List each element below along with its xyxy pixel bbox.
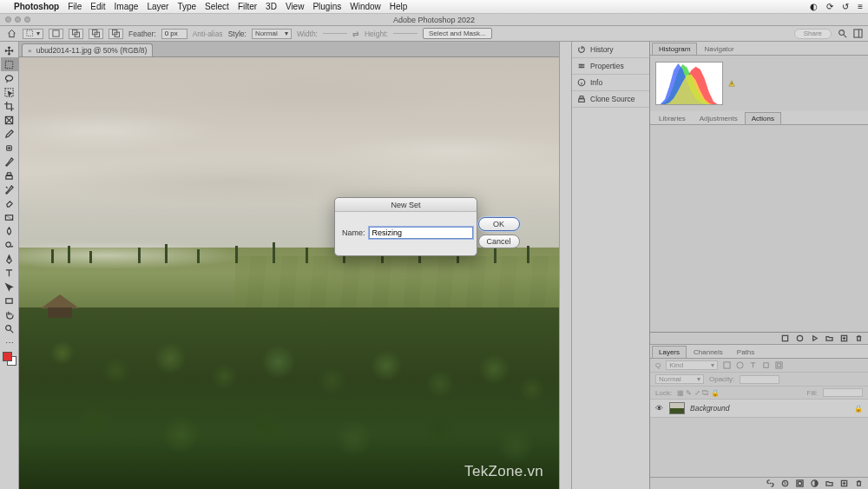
filter-type-icon[interactable] <box>749 361 757 369</box>
layer-style-icon[interactable]: fx <box>781 479 789 487</box>
filter-pixel-icon[interactable] <box>723 361 731 369</box>
menu-image[interactable]: Image <box>115 2 139 11</box>
new-set-icon[interactable] <box>825 334 833 342</box>
tab-navigator[interactable]: Navigator <box>697 43 740 55</box>
new-action-icon[interactable] <box>840 334 848 342</box>
selection-mode-subtract[interactable] <box>89 29 103 39</box>
tab-histogram[interactable]: Histogram <box>652 43 697 55</box>
menu-layer[interactable]: Layer <box>147 2 168 11</box>
layer-name[interactable]: Background <box>690 404 729 413</box>
ok-button[interactable]: OK <box>478 217 520 231</box>
panel-history[interactable]: History <box>572 42 649 58</box>
record-icon[interactable] <box>796 334 804 342</box>
type-tool[interactable] <box>1 266 18 280</box>
mac-status-icons: ◐ ⟳ ↺ ≡ <box>810 2 863 11</box>
panel-clone-source[interactable]: Clone Source <box>572 91 649 108</box>
history-brush-tool[interactable] <box>1 182 18 196</box>
tab-actions[interactable]: Actions <box>745 112 781 124</box>
filter-smart-icon[interactable] <box>775 361 783 369</box>
new-group-icon[interactable] <box>825 479 833 487</box>
eyedropper-tool[interactable] <box>1 127 18 141</box>
feather-input[interactable] <box>161 29 187 39</box>
search-icon[interactable] <box>837 29 847 39</box>
layers-empty-area[interactable] <box>650 418 868 477</box>
menu-file[interactable]: File <box>68 2 82 11</box>
filter-adjust-icon[interactable] <box>736 361 744 369</box>
status-icon[interactable]: ◐ <box>810 2 818 11</box>
set-name-input[interactable] <box>369 227 473 239</box>
path-selection-tool[interactable] <box>1 280 18 294</box>
actions-panel-body[interactable] <box>650 125 868 332</box>
adjustment-layer-icon[interactable] <box>811 479 819 487</box>
delete-layer-icon[interactable] <box>855 479 863 487</box>
marquee-tool[interactable] <box>1 57 18 71</box>
window-controls[interactable] <box>5 17 30 23</box>
canvas[interactable]: TekZone.vn <box>19 57 559 489</box>
healing-tool[interactable] <box>1 141 18 155</box>
trash-icon[interactable] <box>855 334 863 342</box>
panel-collapse-strip[interactable] <box>559 42 571 489</box>
pen-tool[interactable] <box>1 252 18 266</box>
zoom-tool[interactable] <box>1 321 18 335</box>
brush-tool[interactable] <box>1 155 18 169</box>
menu-3d[interactable]: 3D <box>266 2 277 11</box>
menu-plugins[interactable]: Plugins <box>312 2 341 11</box>
status-icon[interactable]: ⟳ <box>826 2 833 11</box>
share-button[interactable]: Share <box>794 29 832 39</box>
home-button[interactable] <box>5 28 17 40</box>
layer-visibility-icon[interactable]: 👁 <box>655 404 664 413</box>
style-select[interactable]: Normal▾ <box>252 29 292 39</box>
tool-preset-picker[interactable]: ▾ <box>23 29 43 39</box>
link-layers-icon[interactable] <box>766 479 774 487</box>
clone-stamp-tool[interactable] <box>1 169 18 182</box>
lasso-tool[interactable] <box>1 71 18 85</box>
menu-edit[interactable]: Edit <box>90 2 105 11</box>
crop-tool[interactable] <box>1 99 18 113</box>
new-layer-icon[interactable] <box>840 479 848 487</box>
menu-appname[interactable]: Photoshop <box>14 2 59 11</box>
select-and-mask-button[interactable]: Select and Mask... <box>423 28 492 39</box>
tab-paths[interactable]: Paths <box>730 346 761 358</box>
object-selection-tool[interactable] <box>1 85 18 99</box>
status-icon[interactable]: ↺ <box>842 2 849 11</box>
selection-mode-add[interactable] <box>69 29 83 39</box>
histogram-warning-icon[interactable] <box>728 80 735 87</box>
menu-filter[interactable]: Filter <box>238 2 257 11</box>
move-tool[interactable] <box>1 43 18 57</box>
cancel-button[interactable]: Cancel <box>478 235 520 248</box>
layer-lock-icon[interactable]: 🔒 <box>854 405 863 413</box>
eraser-tool[interactable] <box>1 196 18 210</box>
filter-shape-icon[interactable] <box>762 361 770 369</box>
rectangle-tool[interactable] <box>1 294 18 307</box>
panel-properties[interactable]: Properties <box>572 58 649 75</box>
play-icon[interactable] <box>811 334 819 342</box>
tab-layers[interactable]: Layers <box>652 346 687 358</box>
tab-channels[interactable]: Channels <box>687 346 730 358</box>
dodge-tool[interactable] <box>1 238 18 252</box>
selection-mode-new[interactable] <box>49 29 63 39</box>
layer-filter-kind[interactable]: Kind▾ <box>666 360 718 370</box>
edit-toolbar[interactable]: ⋯ <box>1 335 18 349</box>
document-tab[interactable]: × ubud2014-11.jpg @ 50% (RGB/8) <box>22 43 153 56</box>
tab-adjustments[interactable]: Adjustments <box>693 112 745 124</box>
selection-mode-intersect[interactable] <box>108 29 123 39</box>
menu-select[interactable]: Select <box>205 2 229 11</box>
status-icon[interactable]: ≡ <box>858 2 863 11</box>
color-swatches[interactable] <box>3 352 16 366</box>
frame-tool[interactable] <box>1 113 18 127</box>
close-tab-icon[interactable]: × <box>28 47 32 55</box>
tab-libraries[interactable]: Libraries <box>652 112 693 124</box>
layer-thumbnail[interactable] <box>669 402 685 414</box>
stop-icon[interactable] <box>781 334 789 342</box>
layer-row-background[interactable]: 👁 Background 🔒 <box>650 400 868 418</box>
menu-type[interactable]: Type <box>177 2 196 11</box>
menu-view[interactable]: View <box>286 2 305 11</box>
layer-mask-icon[interactable] <box>796 479 804 487</box>
menu-help[interactable]: Help <box>390 2 408 11</box>
blur-tool[interactable] <box>1 224 18 238</box>
workspace-switcher-icon[interactable] <box>852 29 863 39</box>
panel-info[interactable]: Info <box>572 75 649 91</box>
hand-tool[interactable] <box>1 307 18 321</box>
gradient-tool[interactable] <box>1 210 18 224</box>
menu-window[interactable]: Window <box>350 2 381 11</box>
